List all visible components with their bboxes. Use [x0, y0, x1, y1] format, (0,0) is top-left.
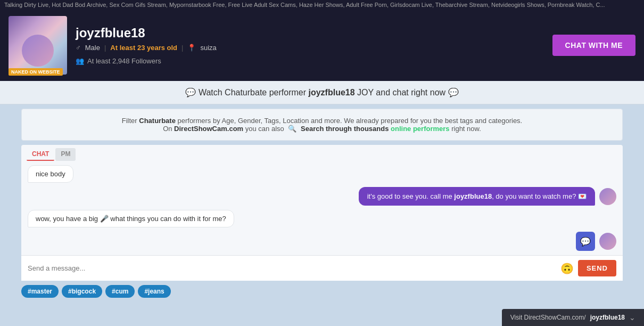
tag-bigcock[interactable]: #bigcock	[62, 285, 102, 298]
message-right-4: 💬	[28, 232, 616, 251]
user-avatar-right2	[599, 233, 616, 250]
tab-pm[interactable]: PM	[55, 148, 76, 161]
message-left-3: wow, you have a big 🎤 what things you ca…	[28, 210, 616, 227]
gender-icon: ♂	[76, 44, 81, 52]
tag-jeans[interactable]: #jeans	[138, 285, 170, 298]
chevron-down-icon: ⌄	[629, 313, 635, 322]
filter-section: Filter Chaturbate performers by Age, Gen…	[21, 109, 623, 141]
filter-site-link[interactable]: DirectShowCam.com	[174, 125, 243, 133]
msg2-pre: it's good to see you. call me	[367, 192, 455, 200]
visit-text-pre: Visit DirectShowCam.com/	[510, 314, 586, 321]
message-text-3: wow, you have a big 🎤 what things you ca…	[36, 215, 226, 223]
filter-text5: right now.	[451, 125, 481, 133]
icon-bubble: 💬	[576, 232, 595, 251]
message-bubble-1: nice body	[28, 165, 73, 183]
chat-messages: nice body it's good to see you. call me …	[21, 161, 623, 255]
tab-chat[interactable]: CHAT	[27, 148, 54, 161]
age-label: At least 23 years old	[110, 44, 177, 52]
user-avatar-right	[599, 188, 616, 205]
avatar	[9, 16, 67, 75]
tags-row: #master #bigcock #cum #jeans	[0, 281, 644, 302]
watch-text-pre: Watch Chaturbate performer	[199, 88, 306, 97]
message-right-2: it's good to see you. call me joyzfblue1…	[28, 187, 616, 206]
avatar-container: NAKED ON WEBSITE	[9, 16, 67, 75]
profile-username: joyzfblue18	[76, 26, 544, 40]
watch-banner: 💬 Watch Chaturbate performer joyzfblue18…	[0, 81, 644, 104]
message-input-row: 🙃 SEND	[21, 255, 623, 281]
filter-search-label: Search through thousands	[301, 125, 389, 133]
naked-badge: NAKED ON WEBSITE	[9, 68, 63, 76]
chat-tabs: CHAT PM	[21, 145, 623, 161]
pin-icon: 📍	[187, 44, 196, 52]
watch-text-post: JOY and chat right now	[357, 88, 445, 97]
filter-text3: On	[163, 125, 174, 133]
filter-text2: performers by Age, Gender, Tags, Locatio…	[176, 117, 522, 125]
message-bubble-3: wow, you have a big 🎤 what things you ca…	[28, 210, 234, 227]
msg2-name: joyzfblue18	[454, 192, 492, 200]
visit-username: joyzfblue18	[590, 314, 625, 321]
message-left-1: nice body	[28, 165, 616, 183]
message-bubble-2: it's good to see you. call me joyzfblue1…	[359, 187, 595, 206]
message-text-1: nice body	[36, 170, 65, 178]
dots-left: 💬	[185, 88, 196, 97]
chat-with-me-button[interactable]: CHAT WITH ME	[552, 35, 635, 56]
filter-brand: Chaturbate	[139, 117, 176, 125]
profile-meta: ♂ Male | At least 23 years old | 📍 suiza	[76, 44, 544, 52]
filter-text4: you can also	[243, 125, 286, 133]
tag-cum[interactable]: #cum	[105, 285, 135, 298]
filter-line2: On DirectShowCam.com you can also 🔍 Sear…	[32, 125, 612, 133]
separator: |	[104, 44, 106, 52]
filter-text1: Filter	[122, 117, 139, 125]
separator2: |	[181, 44, 183, 52]
watch-performer-name: joyzfblue18	[308, 88, 354, 97]
followers-icon: 👥	[76, 57, 84, 65]
visit-bar[interactable]: Visit DirectShowCam.com/joyzfblue18 ⌄	[502, 309, 644, 326]
send-button[interactable]: SEND	[578, 260, 616, 276]
message-input[interactable]	[28, 264, 556, 272]
location-label: suiza	[200, 44, 216, 52]
chat-section: CHAT PM nice body it's good to see you. …	[21, 145, 623, 281]
ticker-text: Talking Dirty Live, Hot Dad Bod Archive,…	[4, 2, 605, 8]
followers-info: 👥 At least 2,948 Followers	[76, 57, 544, 65]
profile-header: NAKED ON WEBSITE joyzfblue18 ♂ Male | At…	[0, 10, 644, 81]
profile-info: joyzfblue18 ♂ Male | At least 23 years o…	[76, 26, 544, 65]
search-icon: 🔍	[288, 125, 296, 133]
followers-count: At least 2,948 Followers	[87, 57, 161, 65]
filter-online-link[interactable]: online performers	[391, 125, 450, 133]
tag-master[interactable]: #master	[21, 285, 59, 298]
emoji-button[interactable]: 🙃	[560, 262, 574, 275]
filter-line1: Filter Chaturbate performers by Age, Gen…	[32, 117, 612, 125]
dots-right: 💬	[448, 88, 459, 97]
gender-label: Male	[85, 44, 100, 52]
ticker-bar: Talking Dirty Live, Hot Dad Bod Archive,…	[0, 0, 644, 10]
msg2-post: , do you want to watch me? 💌	[492, 192, 587, 200]
